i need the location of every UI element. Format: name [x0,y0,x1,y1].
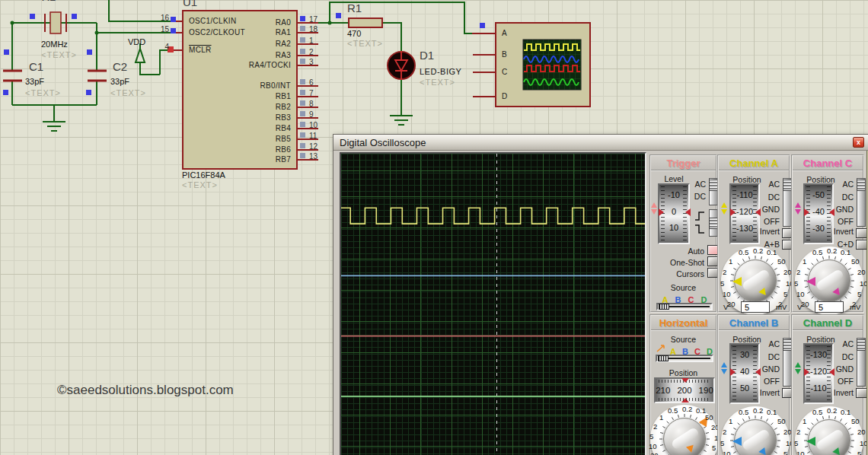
position-label: Position [651,368,716,377]
dial-scale-label: 10 [649,442,657,450]
tick-label: 10 [659,223,688,232]
knob-grip[interactable] [734,259,777,302]
dial-scale-label: 1 [659,413,663,422]
oscilloscope-screen [340,152,646,455]
dial-unit-millivolts: mV [776,303,787,311]
dial-scale-label: 5 [794,439,798,447]
u1-pin-name-ra2: RA2 [213,40,291,48]
u1-pin-number: 17 [309,15,318,24]
pin-marker [300,26,305,31]
slider-arrow-left [730,208,736,216]
coupling-off-label: OFF [825,217,854,226]
coupling-off-label: OFF [751,377,780,386]
trigger-panel: Trigger Level -10 0 10 AC DC Auto One-Sh… [649,154,717,313]
pin-marker [300,111,305,116]
dial-scale-label: 0.5 [668,406,678,415]
dial-scale-label: 5 [857,450,861,455]
pin-marker [300,49,305,54]
coupling-ac-label: AC [681,180,706,189]
knob-grip[interactable] [734,419,777,455]
dial-scale-label: 5 [720,439,724,447]
channel-c-title: Channel C [803,158,852,169]
channel-a-panel: Channel A Position -110 -120 -130 AC DC … [717,154,790,313]
dial-scale-label: 20 [857,428,866,436]
switch-handle[interactable] [857,339,866,351]
channel-c-panel: Channel C Position -50 -40 -30 AC DC GND… [791,154,864,313]
channel-d-coupling-switch[interactable] [857,338,866,387]
dial-unit-millivolts: mV [850,303,860,311]
channel-a-volts-div-knob[interactable]: 0.50.20.1125102050201052VmV5 [720,247,791,314]
dial-scale-label: 0.5 [812,408,822,416]
channel-d-volts-div-knob[interactable]: 0.50.20.1125102050201052 [793,407,865,455]
rising-edge-icon [694,211,705,221]
u1-pin-name-rb5: RB5 [213,135,291,143]
switch-handle[interactable] [857,180,866,191]
dial-scale-label: 10 [796,450,805,455]
knob-grip[interactable] [808,259,850,302]
trigger-indicator-arrows [651,202,657,215]
dial-scale-label: 0.2 [753,406,763,415]
channel-b-indicator-arrows [721,362,727,374]
u1-pin-name-rb7: RB7 [213,155,291,164]
u1-pin-number: 18 [309,25,318,33]
dial-scale-label: 50 [851,417,860,425]
channel-c-volts-div-knob[interactable]: 0.50.20.1125102050201052VmV5 [793,247,865,314]
trigger-source-slider[interactable] [656,303,713,310]
channel-c-coupling-switch[interactable] [857,178,866,227]
dial-scale-label: 20 [801,300,809,308]
invert-label: Invert [734,388,780,397]
dial-scale-label: 5 [720,279,724,288]
channel-d-title: Channel D [803,317,852,329]
window-titlebar[interactable]: Digital Oscilloscope x [333,135,868,151]
u1-pin-name-rb4: RB4 [213,124,291,132]
trigger-title: Trigger [666,158,700,169]
slider-handle[interactable] [658,355,669,361]
dial-scale-label: 5 [712,444,716,452]
pin-marker [300,153,305,158]
dial-scale-label: 2 [723,268,726,276]
dial-scale-label: 5 [649,432,653,441]
readout-arrow-top [681,378,689,383]
channel-a-title: Channel A [729,158,778,169]
u1-pin-number: 8 [309,100,314,108]
dial-scale-label: 1 [729,417,732,425]
dial-scale-label: 0.1 [767,408,777,416]
horizontal-title: Horizontal [659,317,708,329]
knob-grip[interactable] [808,419,850,455]
channel-a-indicator-arrows [721,202,727,215]
one-shot-label: One-Shot [657,258,704,267]
horizontal-panel: Horizontal Source ABCD Position 210 200 … [649,314,717,455]
channel-b-title: Channel B [729,317,778,329]
dial-scale-label: 20 [783,428,792,436]
knob-pointer-small [758,447,768,455]
knob-pointer-small [758,288,768,298]
dial-scale-label: 5 [794,279,798,288]
channel-b-volts-div-knob[interactable]: 0.50.20.1125102050201052 [720,407,791,455]
knob-pointer-small [686,445,695,453]
window-title: Digital Oscilloscope [340,137,426,148]
u1-pin-name-rb0/int: RB0/INT [213,81,291,90]
scale-value-box[interactable]: 5 [815,301,844,313]
u1-pin-number: 16 [155,14,169,22]
slider-handle[interactable] [659,304,669,310]
horizontal-source-slider[interactable] [656,355,713,362]
dial-scale-label: 50 [705,413,713,422]
channel-c-invert-button[interactable] [856,228,867,238]
source-label: Source [651,283,716,292]
dial-scale-label: 5 [783,290,787,298]
channel-d-invert-button[interactable] [856,388,867,398]
knob-pointer-small [832,288,842,298]
ramp-source-icon [656,344,667,353]
channel-b-panel: Channel B Position 30 40 50 AC DC GND OF… [717,314,790,455]
close-button[interactable]: x [853,137,864,148]
horizontal-position-readout[interactable]: 210 200 190 [654,377,715,403]
knob-grip[interactable] [663,418,706,455]
horizontal-time-div-knob[interactable]: 0.50.20.1125102050100502010521 [649,406,720,455]
dial-scale-label: 2 [796,428,800,436]
pin-marker [300,143,305,148]
dial-scale-label: 2 [653,422,657,431]
u1-pin-name-osc1/clkin: OSC1/CLKIN [189,17,236,25]
dial-scale-label: 0.5 [739,408,748,416]
u1-pin-name-ra4/tocki: RA4/TOCKI [213,61,291,69]
scale-value-box[interactable]: 5 [741,301,770,313]
